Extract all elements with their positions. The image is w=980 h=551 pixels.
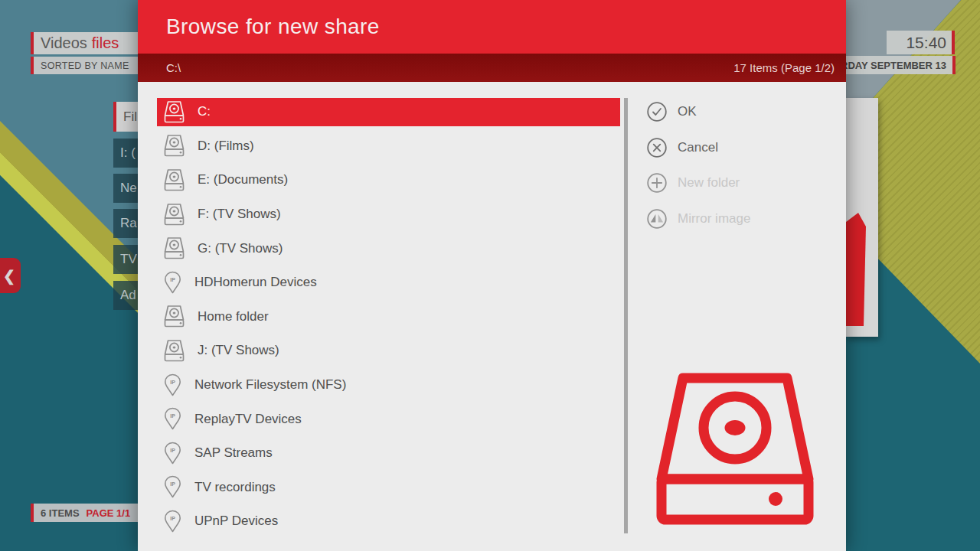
- svg-text:IP: IP: [170, 481, 175, 487]
- list-item-label: G: (TV Shows): [198, 241, 283, 256]
- list-item-label: SAP Streams: [194, 445, 273, 461]
- list-item[interactable]: IP Network Filesystem (NFS): [157, 371, 620, 399]
- mirror-image-button: Mirror image: [647, 209, 750, 229]
- plus-circle-icon: [647, 173, 667, 193]
- view-title: Videos: [41, 34, 87, 52]
- mirror-image-button-label: Mirror image: [678, 211, 750, 227]
- list-item-label: Home folder: [198, 309, 269, 324]
- list-item[interactable]: G: (TV Shows): [157, 234, 620, 262]
- hard-drive-icon: [164, 339, 185, 363]
- list-item[interactable]: D: (Films): [157, 132, 620, 161]
- view-title-accent: files: [92, 34, 119, 52]
- list-item[interactable]: IP SAP Streams: [157, 439, 620, 468]
- check-circle-icon: [647, 102, 667, 122]
- ok-button-label: OK: [678, 104, 697, 119]
- breadcrumb: C:\: [166, 61, 181, 74]
- list-item-label: C:: [198, 104, 211, 119]
- kodi-screen: Videos files SORTED BY NAME 15:40 RDAY S…: [0, 0, 980, 551]
- new-folder-button-label: New folder: [678, 175, 740, 191]
- items-count: 6 ITEMS: [41, 507, 80, 519]
- svg-text:IP: IP: [170, 276, 175, 282]
- clock-bar: 15:40: [887, 31, 955, 54]
- date-text: RDAY SEPTEMBER 13: [846, 60, 946, 71]
- bg-menu-label: Ra: [120, 216, 137, 231]
- dialog-button-panel: OK Cancel New folder Mirr: [647, 102, 750, 244]
- page-label: PAGE 1/1: [87, 507, 131, 519]
- clock-text: 15:40: [906, 34, 946, 52]
- cancel-button-label: Cancel: [678, 140, 718, 155]
- list-item-label: J: (TV Shows): [198, 343, 279, 358]
- list-item-label: HDHomerun Devices: [194, 275, 317, 290]
- list-item[interactable]: IP TV recordings: [157, 474, 620, 502]
- list-item-label: TV recordings: [194, 480, 276, 495]
- poster-card: [846, 98, 878, 337]
- list-scrollbar[interactable]: [624, 98, 628, 533]
- list-item-label: D: (Films): [198, 139, 254, 154]
- hard-drive-icon: [164, 134, 185, 158]
- dialog-title: Browse for new share: [138, 15, 380, 39]
- network-icon: IP: [164, 407, 181, 431]
- bg-menu-label: Ad: [120, 288, 136, 303]
- items-count-bar: 6 ITEMS PAGE 1/1: [31, 504, 148, 522]
- bg-menu-label: Fil: [123, 109, 137, 125]
- list-item-label: F: (TV Shows): [198, 207, 281, 222]
- chevron-left-icon: ❮: [3, 267, 15, 285]
- cancel-button[interactable]: Cancel: [647, 138, 750, 158]
- list-item-label: UPnP Devices: [194, 514, 278, 529]
- list-item[interactable]: J: (TV Shows): [157, 337, 620, 365]
- bg-menu-label: TV: [120, 252, 137, 267]
- hard-drive-icon: [164, 236, 185, 260]
- network-icon: IP: [164, 442, 181, 465]
- back-button[interactable]: ❮: [0, 258, 21, 293]
- list-item[interactable]: C:: [157, 98, 620, 126]
- list-item-label: ReplayTV Devices: [194, 412, 302, 427]
- svg-text:IP: IP: [170, 379, 175, 384]
- dialog-breadcrumb-bar: C:\ 17 Items (Page 1/2): [138, 54, 846, 82]
- list-item[interactable]: IP HDHomerun Devices: [157, 269, 620, 297]
- cross-circle-icon: [647, 138, 667, 158]
- poster-card-red-art: [846, 213, 866, 326]
- list-item[interactable]: F: (TV Shows): [157, 201, 620, 229]
- ok-button[interactable]: OK: [647, 102, 750, 122]
- share-list: C: D: (Films) E: (Documents) F: (TV Show…: [157, 98, 620, 542]
- list-item-label: E: (Documents): [198, 172, 288, 187]
- bg-menu-label: Ne: [120, 181, 137, 196]
- list-item[interactable]: IP UPnP Devices: [157, 507, 620, 536]
- bg-menu-label: I: (: [120, 145, 136, 161]
- hard-drive-icon: [164, 168, 185, 192]
- mirror-image-icon: [647, 209, 667, 229]
- network-icon: IP: [164, 373, 181, 397]
- hard-disk-illustration-icon: [655, 372, 815, 525]
- list-item[interactable]: IP ReplayTV Devices: [157, 405, 620, 433]
- list-item[interactable]: E: (Documents): [157, 166, 620, 194]
- hard-drive-icon: [164, 100, 185, 124]
- svg-text:IP: IP: [170, 413, 175, 419]
- hard-drive-icon: [164, 305, 185, 328]
- network-icon: IP: [164, 271, 181, 295]
- list-item-label: Network Filesystem (NFS): [194, 377, 346, 393]
- date-bar: RDAY SEPTEMBER 13: [846, 56, 956, 74]
- items-info: 17 Items (Page 1/2): [733, 61, 835, 74]
- network-icon: IP: [164, 510, 181, 533]
- browse-share-dialog: Browse for new share C:\ 17 Items (Page …: [138, 0, 846, 551]
- new-folder-button: New folder: [647, 173, 750, 193]
- sort-label: SORTED BY NAME: [41, 60, 129, 71]
- view-title-bar: Videos files: [31, 32, 148, 54]
- network-icon: IP: [164, 475, 181, 499]
- list-item[interactable]: Home folder: [157, 303, 620, 331]
- hard-drive-icon: [164, 203, 185, 227]
- svg-text:IP: IP: [170, 516, 175, 521]
- dialog-header: Browse for new share: [138, 0, 846, 54]
- svg-text:IP: IP: [170, 447, 175, 452]
- sort-label-bar: SORTED BY NAME: [31, 57, 148, 74]
